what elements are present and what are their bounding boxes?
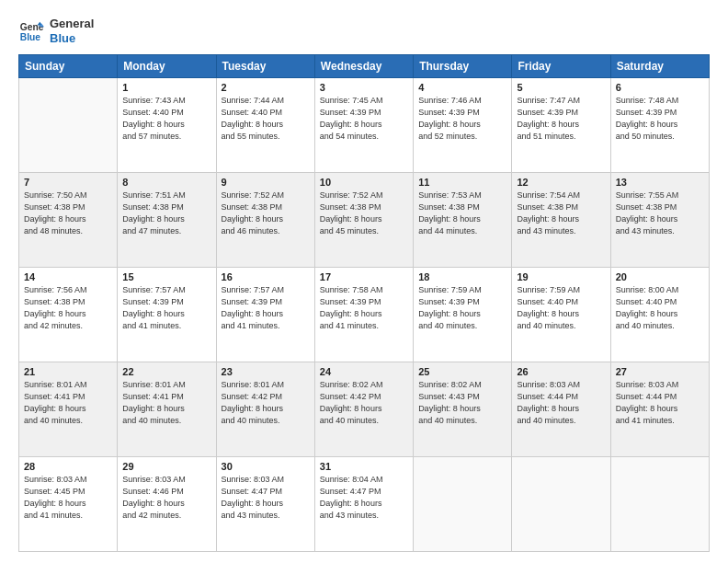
day-number: 11 xyxy=(418,177,506,188)
weekday-header: Monday xyxy=(118,55,216,78)
calendar-week-row: 1Sunrise: 7:43 AM Sunset: 4:40 PM Daylig… xyxy=(19,78,710,173)
calendar-cell: 26Sunrise: 8:03 AM Sunset: 4:44 PM Dayli… xyxy=(512,362,610,457)
weekday-header: Sunday xyxy=(19,55,118,78)
day-info: Sunrise: 7:56 AM Sunset: 4:38 PM Dayligh… xyxy=(24,284,112,332)
day-number: 5 xyxy=(517,82,605,93)
day-info: Sunrise: 7:57 AM Sunset: 4:39 PM Dayligh… xyxy=(122,284,210,332)
weekday-header: Wednesday xyxy=(314,55,413,78)
day-info: Sunrise: 8:03 AM Sunset: 4:45 PM Dayligh… xyxy=(24,474,112,522)
day-info: Sunrise: 7:52 AM Sunset: 4:38 PM Dayligh… xyxy=(222,190,310,237)
calendar-cell: 15Sunrise: 7:57 AM Sunset: 4:39 PM Dayli… xyxy=(118,268,216,362)
day-number: 8 xyxy=(122,177,210,188)
day-info: Sunrise: 7:59 AM Sunset: 4:39 PM Dayligh… xyxy=(418,284,506,332)
day-number: 31 xyxy=(320,461,408,472)
day-number: 23 xyxy=(222,366,310,377)
day-info: Sunrise: 7:59 AM Sunset: 4:40 PM Dayligh… xyxy=(517,284,605,332)
calendar-cell: 19Sunrise: 7:59 AM Sunset: 4:40 PM Dayli… xyxy=(512,268,610,362)
header: General Blue General Blue xyxy=(18,17,710,45)
day-info: Sunrise: 7:51 AM Sunset: 4:38 PM Dayligh… xyxy=(122,190,210,237)
calendar-cell: 24Sunrise: 8:02 AM Sunset: 4:42 PM Dayli… xyxy=(314,362,413,457)
day-number: 25 xyxy=(418,366,506,377)
calendar-week-row: 28Sunrise: 8:03 AM Sunset: 4:45 PM Dayli… xyxy=(19,457,710,552)
day-info: Sunrise: 7:48 AM Sunset: 4:39 PM Dayligh… xyxy=(616,95,704,143)
day-info: Sunrise: 8:01 AM Sunset: 4:41 PM Dayligh… xyxy=(122,379,210,427)
day-info: Sunrise: 8:03 AM Sunset: 4:44 PM Dayligh… xyxy=(517,379,605,427)
day-info: Sunrise: 7:52 AM Sunset: 4:38 PM Dayligh… xyxy=(320,190,408,237)
day-info: Sunrise: 7:47 AM Sunset: 4:39 PM Dayligh… xyxy=(517,95,605,143)
weekday-header: Friday xyxy=(512,55,610,78)
calendar-cell: 23Sunrise: 8:01 AM Sunset: 4:42 PM Dayli… xyxy=(216,362,314,457)
day-info: Sunrise: 8:03 AM Sunset: 4:47 PM Dayligh… xyxy=(222,474,310,522)
day-info: Sunrise: 8:00 AM Sunset: 4:40 PM Dayligh… xyxy=(616,284,704,332)
day-number: 10 xyxy=(320,177,408,188)
calendar-header-row: SundayMondayTuesdayWednesdayThursdayFrid… xyxy=(19,55,710,78)
day-number: 20 xyxy=(616,271,704,282)
calendar-cell xyxy=(512,457,610,552)
calendar-cell: 7Sunrise: 7:50 AM Sunset: 4:38 PM Daylig… xyxy=(19,173,118,268)
day-number: 18 xyxy=(418,271,506,282)
calendar-week-row: 14Sunrise: 7:56 AM Sunset: 4:38 PM Dayli… xyxy=(19,268,710,362)
day-number: 12 xyxy=(517,177,605,188)
day-info: Sunrise: 7:54 AM Sunset: 4:38 PM Dayligh… xyxy=(517,190,605,237)
calendar-cell: 18Sunrise: 7:59 AM Sunset: 4:39 PM Dayli… xyxy=(414,268,512,362)
day-info: Sunrise: 8:02 AM Sunset: 4:42 PM Dayligh… xyxy=(320,379,408,427)
day-info: Sunrise: 7:46 AM Sunset: 4:39 PM Dayligh… xyxy=(418,95,506,143)
day-number: 17 xyxy=(320,271,408,282)
calendar-cell: 11Sunrise: 7:53 AM Sunset: 4:38 PM Dayli… xyxy=(414,173,512,268)
page: General Blue General Blue SundayMondayTu… xyxy=(0,0,728,563)
logo-icon: General Blue xyxy=(18,18,44,44)
day-number: 14 xyxy=(24,271,112,282)
day-number: 3 xyxy=(320,82,408,93)
day-info: Sunrise: 8:04 AM Sunset: 4:47 PM Dayligh… xyxy=(320,474,408,522)
calendar-cell: 16Sunrise: 7:57 AM Sunset: 4:39 PM Dayli… xyxy=(216,268,314,362)
day-number: 9 xyxy=(222,177,310,188)
calendar-cell: 5Sunrise: 7:47 AM Sunset: 4:39 PM Daylig… xyxy=(512,78,610,173)
calendar-cell: 9Sunrise: 7:52 AM Sunset: 4:38 PM Daylig… xyxy=(216,173,314,268)
calendar-cell: 12Sunrise: 7:54 AM Sunset: 4:38 PM Dayli… xyxy=(512,173,610,268)
day-info: Sunrise: 7:45 AM Sunset: 4:39 PM Dayligh… xyxy=(320,95,408,143)
calendar-cell: 8Sunrise: 7:51 AM Sunset: 4:38 PM Daylig… xyxy=(118,173,216,268)
day-number: 28 xyxy=(24,461,112,472)
weekday-header: Thursday xyxy=(414,55,512,78)
calendar-cell xyxy=(610,457,709,552)
calendar-cell: 29Sunrise: 8:03 AM Sunset: 4:46 PM Dayli… xyxy=(118,457,216,552)
calendar-cell: 22Sunrise: 8:01 AM Sunset: 4:41 PM Dayli… xyxy=(118,362,216,457)
calendar-cell: 13Sunrise: 7:55 AM Sunset: 4:38 PM Dayli… xyxy=(610,173,709,268)
day-number: 1 xyxy=(122,82,210,93)
calendar-cell: 4Sunrise: 7:46 AM Sunset: 4:39 PM Daylig… xyxy=(414,78,512,173)
calendar-cell: 31Sunrise: 8:04 AM Sunset: 4:47 PM Dayli… xyxy=(314,457,413,552)
day-info: Sunrise: 7:57 AM Sunset: 4:39 PM Dayligh… xyxy=(222,284,310,332)
day-info: Sunrise: 8:03 AM Sunset: 4:44 PM Dayligh… xyxy=(616,379,704,427)
day-info: Sunrise: 8:01 AM Sunset: 4:42 PM Dayligh… xyxy=(222,379,310,427)
day-info: Sunrise: 8:01 AM Sunset: 4:41 PM Dayligh… xyxy=(24,379,112,427)
day-number: 16 xyxy=(222,271,310,282)
weekday-header: Tuesday xyxy=(216,55,314,78)
logo-text: General Blue xyxy=(50,17,94,45)
calendar-cell xyxy=(19,78,118,173)
day-info: Sunrise: 7:53 AM Sunset: 4:38 PM Dayligh… xyxy=(418,190,506,237)
calendar-cell: 20Sunrise: 8:00 AM Sunset: 4:40 PM Dayli… xyxy=(610,268,709,362)
day-number: 26 xyxy=(517,366,605,377)
calendar-cell: 30Sunrise: 8:03 AM Sunset: 4:47 PM Dayli… xyxy=(216,457,314,552)
day-number: 13 xyxy=(616,177,704,188)
day-number: 27 xyxy=(616,366,704,377)
calendar-cell: 17Sunrise: 7:58 AM Sunset: 4:39 PM Dayli… xyxy=(314,268,413,362)
day-number: 19 xyxy=(517,271,605,282)
logo: General Blue General Blue xyxy=(18,17,94,45)
day-info: Sunrise: 7:55 AM Sunset: 4:38 PM Dayligh… xyxy=(616,190,704,237)
calendar-cell: 27Sunrise: 8:03 AM Sunset: 4:44 PM Dayli… xyxy=(610,362,709,457)
calendar-table: SundayMondayTuesdayWednesdayThursdayFrid… xyxy=(18,54,710,552)
day-number: 29 xyxy=(122,461,210,472)
day-info: Sunrise: 7:43 AM Sunset: 4:40 PM Dayligh… xyxy=(122,95,210,143)
calendar-week-row: 21Sunrise: 8:01 AM Sunset: 4:41 PM Dayli… xyxy=(19,362,710,457)
calendar-cell: 3Sunrise: 7:45 AM Sunset: 4:39 PM Daylig… xyxy=(314,78,413,173)
calendar-cell: 2Sunrise: 7:44 AM Sunset: 4:40 PM Daylig… xyxy=(216,78,314,173)
calendar-cell: 10Sunrise: 7:52 AM Sunset: 4:38 PM Dayli… xyxy=(314,173,413,268)
calendar-cell xyxy=(414,457,512,552)
day-number: 24 xyxy=(320,366,408,377)
calendar-cell: 28Sunrise: 8:03 AM Sunset: 4:45 PM Dayli… xyxy=(19,457,118,552)
svg-text:Blue: Blue xyxy=(20,32,41,42)
day-info: Sunrise: 7:50 AM Sunset: 4:38 PM Dayligh… xyxy=(24,190,112,237)
day-info: Sunrise: 8:03 AM Sunset: 4:46 PM Dayligh… xyxy=(122,474,210,522)
calendar-cell: 6Sunrise: 7:48 AM Sunset: 4:39 PM Daylig… xyxy=(610,78,709,173)
